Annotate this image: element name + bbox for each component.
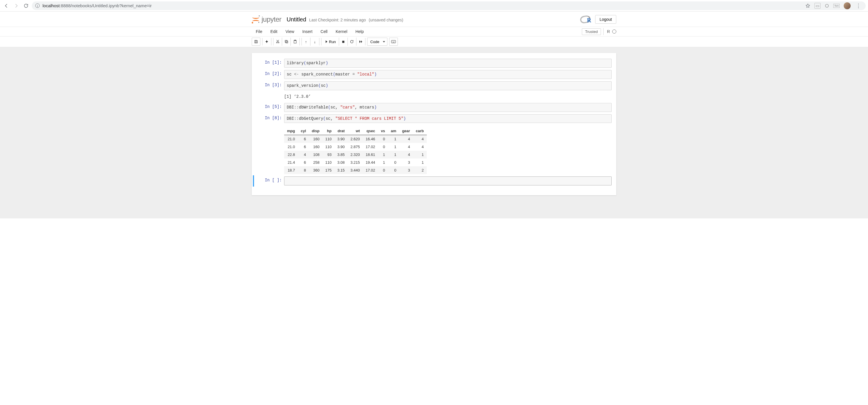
output-dataframe: mpgcyldisphpdratwtqsecvsamgearcarb21.061… <box>284 127 427 174</box>
table-row: 21.462581103.083.21519.441031 <box>284 158 427 166</box>
menu-file[interactable]: File <box>252 28 267 36</box>
table-header: drat <box>335 127 347 135</box>
cut-button[interactable] <box>273 38 282 46</box>
celltype-select[interactable]: Code <box>367 38 388 46</box>
table-header: gear <box>399 127 413 135</box>
logout-button[interactable]: Logout <box>595 15 616 24</box>
output-row: mpgcyldisphpdratwtqsecvsamgearcarb21.061… <box>254 124 614 175</box>
cell-output-text: [1] ‘2.3.0’ <box>284 93 612 101</box>
cell-body: DBI::dbGetQuery(sc, "SELECT * FROM cars … <box>284 114 612 123</box>
site-info-icon[interactable]: i <box>35 3 40 8</box>
trusted-indicator[interactable]: Trusted <box>582 28 601 35</box>
notebook-container: In [1]:library(sparklyr)In [2]:sc <- spa… <box>0 47 868 218</box>
cell-input[interactable] <box>284 177 612 185</box>
code-cell[interactable]: In [8]:DBI::dbGetQuery(sc, "SELECT * FRO… <box>254 113 614 124</box>
run-label: Run <box>329 40 336 44</box>
menu-insert[interactable]: Insert <box>298 28 316 36</box>
code-cell[interactable]: In [2]:sc <- spark_connect(master = "loc… <box>254 69 614 80</box>
svg-rect-2 <box>285 40 287 42</box>
table-header: vs <box>378 127 388 135</box>
reload-button[interactable] <box>22 2 30 10</box>
menu-edit[interactable]: Edit <box>267 28 281 36</box>
notebook-title[interactable]: Untitled <box>287 16 306 23</box>
celltype-dropdown[interactable]: Code <box>367 38 388 46</box>
kernel-name-text: R <box>607 29 610 34</box>
toolbar: + ↑ ↓ Run <box>0 36 868 47</box>
jupyter-logo[interactable]: jupyter <box>252 15 281 24</box>
table-header: wt <box>347 127 363 135</box>
svg-rect-1 <box>286 41 288 43</box>
insert-cell-button[interactable]: + <box>262 38 271 46</box>
kernel-indicator[interactable]: R <box>603 28 616 35</box>
arrow-right-icon <box>13 3 19 8</box>
code-cell[interactable]: In [1]:library(sparklyr) <box>254 58 614 69</box>
arrow-left-icon <box>4 3 9 8</box>
reload-icon <box>24 3 29 8</box>
copy-button[interactable] <box>282 38 291 46</box>
cell-input[interactable]: DBI::dbGetQuery(sc, "SELECT * FROM cars … <box>284 114 612 123</box>
table-header: am <box>388 127 399 135</box>
table-row: 18.783601753.153.44017.020032 <box>284 166 427 174</box>
notebook: In [1]:library(sparklyr)In [2]:sc <- spa… <box>252 53 616 195</box>
translate-icon[interactable]: ▭ <box>814 3 820 9</box>
run-button[interactable]: Run <box>321 38 339 46</box>
svg-point-0 <box>826 4 829 7</box>
profile-avatar[interactable] <box>844 2 850 9</box>
jupyter-logo-icon <box>252 15 260 24</box>
table-header: cyl <box>298 127 309 135</box>
menu-cell[interactable]: Cell <box>316 28 332 36</box>
extension-icon[interactable] <box>825 3 829 8</box>
address-bar[interactable]: i localhost:8888/notebooks/Untitled.ipyn… <box>32 1 866 10</box>
cell-input[interactable]: spark_version(sc) <box>284 81 612 90</box>
cut-icon <box>276 40 280 44</box>
chrome-menu-icon[interactable]: ⋮ <box>855 3 862 9</box>
arrow-down-icon: ↓ <box>314 40 316 44</box>
code-cell[interactable]: In [5]:DBI::dbWriteTable(sc, "cars", mtc… <box>254 102 614 113</box>
table-header: hp <box>322 127 335 135</box>
paste-icon <box>293 40 297 44</box>
menubar: FileEditViewInsertCellKernelHelp Trusted… <box>0 27 868 36</box>
cell-body: DBI::dbWriteTable(sc, "cars", mtcars) <box>284 103 612 112</box>
code-cell[interactable]: In [ ]: <box>253 175 614 187</box>
paste-button[interactable] <box>291 38 300 46</box>
copy-icon <box>284 40 288 44</box>
r-kernel-logo: R <box>580 15 591 23</box>
cell-input[interactable]: library(sparklyr) <box>284 59 612 68</box>
move-down-button[interactable]: ↓ <box>310 38 319 46</box>
output-row: [1] ‘2.3.0’ <box>254 91 614 102</box>
interrupt-button[interactable] <box>339 38 348 46</box>
cell-prompt: In [5]: <box>256 103 284 112</box>
svg-rect-6 <box>392 40 396 43</box>
cell-input[interactable]: sc <- spark_connect(master = "local") <box>284 70 612 79</box>
menu-view[interactable]: View <box>281 28 298 36</box>
menu-kernel[interactable]: Kernel <box>332 28 351 36</box>
restart-button[interactable] <box>348 38 356 46</box>
command-palette-button[interactable] <box>389 38 398 46</box>
code-cell[interactable]: In [3]:spark_version(sc) <box>254 80 614 91</box>
table-header: disp <box>309 127 322 135</box>
table-row: 22.84108933.852.32018.611141 <box>284 151 427 158</box>
restart-icon <box>350 40 354 44</box>
move-up-button[interactable]: ↑ <box>302 38 310 46</box>
save-button[interactable] <box>252 38 260 46</box>
forward-button[interactable] <box>12 2 20 10</box>
table-header: carb <box>413 127 427 135</box>
back-button[interactable] <box>2 2 10 10</box>
star-icon[interactable] <box>805 3 810 8</box>
restart-run-all-button[interactable] <box>356 38 365 46</box>
cell-prompt: In [2]: <box>256 70 284 79</box>
notebook-header: jupyter Untitled Last Checkpoint: 2 minu… <box>0 11 868 27</box>
checkpoint-text: Last Checkpoint: 2 minutes ago <box>309 18 366 22</box>
cell-input[interactable]: DBI::dbWriteTable(sc, "cars", mtcars) <box>284 103 612 112</box>
arrow-up-icon: ↑ <box>305 40 307 44</box>
tex-icon[interactable]: TeX <box>833 4 840 8</box>
svg-rect-5 <box>342 40 344 42</box>
url-text: localhost:8888/notebooks/Untitled.ipynb?… <box>42 3 152 8</box>
save-icon <box>254 40 258 44</box>
table-row: 21.061601103.902.87517.020144 <box>284 143 427 151</box>
table-header: mpg <box>284 127 298 135</box>
fast-forward-icon <box>359 40 363 43</box>
menu-help[interactable]: Help <box>351 28 368 36</box>
cell-prompt: In [3]: <box>256 81 284 90</box>
browser-chrome: i localhost:8888/notebooks/Untitled.ipyn… <box>0 0 868 11</box>
